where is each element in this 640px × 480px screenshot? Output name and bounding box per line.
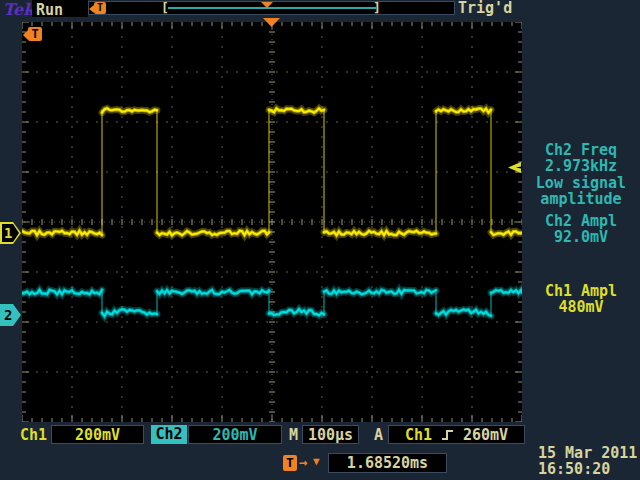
ch2-ampl-title: Ch2 Ampl [523,213,639,229]
triangle-down-icon: ▼ [313,455,320,468]
graticule-and-traces [22,22,522,422]
timebase-label: M [289,426,298,445]
trigger-status: Trig'd [458,0,512,18]
ch1-ampl-value: 480mV [523,299,639,315]
ch2-label-selected: Ch2 [151,425,187,444]
record-waveform-line [168,7,376,9]
oscilloscope-screen: Tek Run T [ ] Trig'd T 1 2 Ch2 Freq 2.97… [0,0,640,480]
rising-edge-icon [441,428,454,442]
ch1-ground-marker-label: 1 [4,225,12,241]
ch2-freq-note-2: amplitude [523,191,639,207]
ch2-ground-marker-label: 2 [4,307,12,323]
ch1-label: Ch1 [20,426,47,445]
ch1-ground-marker: 1 [0,222,21,244]
ch2-freq-value: 2.973kHz [523,158,639,174]
ch2-scale-readout: 200mV [188,425,282,444]
horizontal-pos-t-badge: T [283,455,297,471]
acquisition-status: Run [32,0,88,17]
trigger-source-label: A [374,426,383,445]
ch1-ampl-title: Ch1 Ampl [523,283,639,299]
ch2-freq-title: Ch2 Freq [523,142,639,158]
tek-logo: Tek [3,0,34,19]
trigger-time-t-badge: T [28,27,42,41]
horizontal-position-readout: 1.68520ms [328,453,447,473]
time-display: 16:50:20 [538,460,610,478]
ch2-ground-marker: 2 [0,304,21,326]
ch1-scale-readout: 200mV [51,425,144,444]
trigger-readout: Ch1 260mV [388,425,525,444]
right-arrow-icon: → [299,454,307,470]
record-trigger-t-badge: T [94,2,106,14]
ch2-freq-note-1: Low signal [523,175,639,191]
ch2-ampl-value: 92.0mV [523,229,639,245]
timebase-readout: 100µs [302,425,359,444]
trigger-source-value: Ch1 [405,426,432,444]
acquisition-status-label: Run [32,1,63,19]
trigger-level-value: 260mV [463,426,508,444]
record-view-bar: T [ ] [88,1,455,15]
